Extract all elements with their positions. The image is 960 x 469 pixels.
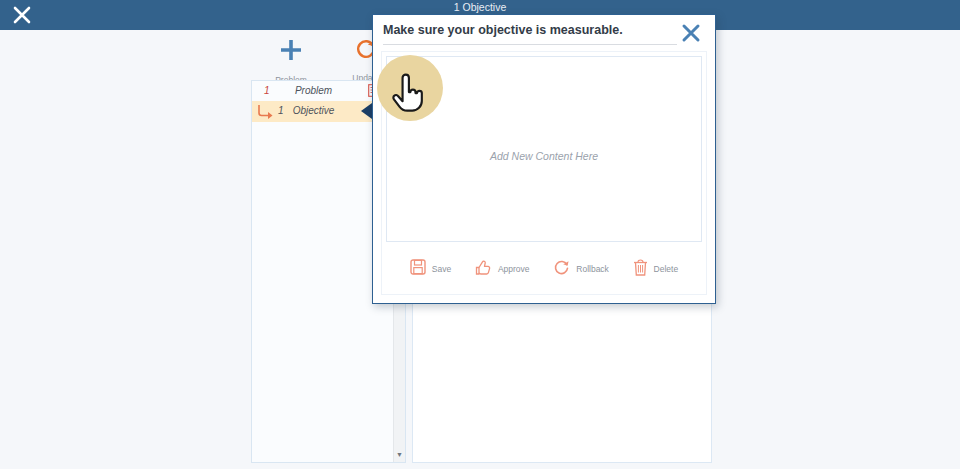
trash-icon xyxy=(633,259,648,280)
save-button[interactable]: Save xyxy=(410,259,451,279)
save-icon xyxy=(410,259,426,279)
dialog-close-icon[interactable] xyxy=(681,23,703,45)
dialog-title: Make sure your objective is measurable. xyxy=(383,23,677,45)
row-label: Objective xyxy=(252,105,375,116)
row-label: Problem xyxy=(252,85,375,96)
content-placeholder: Add New Content Here xyxy=(490,150,598,162)
delete-label: Delete xyxy=(654,264,679,274)
save-label: Save xyxy=(432,264,451,274)
rollback-icon xyxy=(553,259,570,280)
dialog-action-bar: Save Approve xyxy=(382,244,706,294)
plus-icon xyxy=(261,38,321,66)
rollback-label: Rollback xyxy=(576,264,609,274)
left-triangle-icon xyxy=(361,103,372,119)
app-window: Problem Update 1 Problem xyxy=(0,0,960,469)
thumbs-up-icon xyxy=(475,259,492,280)
scroll-down-icon[interactable]: ▼ xyxy=(394,449,405,461)
hand-pointer-icon xyxy=(388,72,426,120)
approve-label: Approve xyxy=(498,264,530,274)
delete-button[interactable]: Delete xyxy=(633,259,679,280)
approve-button[interactable]: Approve xyxy=(475,259,530,280)
rollback-button[interactable]: Rollback xyxy=(553,259,609,280)
